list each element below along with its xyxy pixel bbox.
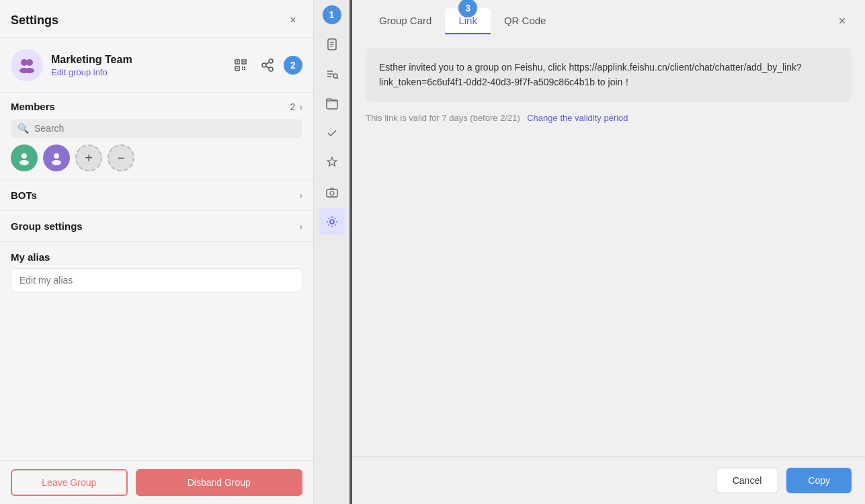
member-avatar-1[interactable]: [11, 144, 38, 171]
validity-text: This link is valid for 7 days (before 2/…: [366, 113, 520, 123]
left-panel: Settings × Marketing Team Edit group inf…: [0, 0, 349, 504]
right-footer: Cancel Copy: [352, 456, 865, 504]
search-icon: 🔍: [17, 123, 29, 134]
tab-qr-code[interactable]: QR Code: [491, 8, 560, 34]
step-badge-1: 1: [323, 5, 341, 24]
bots-chevron-icon: ›: [299, 190, 302, 201]
svg-point-31: [330, 220, 334, 224]
sidebar-checkmark-icon[interactable]: [319, 120, 345, 146]
bottom-buttons: Leave Group Disband Group: [0, 460, 313, 504]
close-settings-button[interactable]: ×: [284, 11, 302, 30]
step-badge-2: 2: [284, 56, 302, 75]
leave-group-button[interactable]: Leave Group: [11, 469, 128, 496]
bots-section-right: ›: [299, 190, 302, 201]
svg-rect-10: [242, 67, 243, 68]
disband-group-button[interactable]: Disband Group: [136, 469, 302, 496]
sidebar-pin-icon[interactable]: [319, 149, 345, 176]
link-text-box: Esther invited you to a group on Feishu,…: [366, 48, 852, 102]
settings-header: Settings ×: [0, 0, 313, 38]
tabs: Group Card Link 3 QR Code: [366, 8, 559, 34]
add-member-button[interactable]: +: [75, 144, 102, 171]
svg-rect-13: [244, 69, 245, 70]
group-settings-section: Group settings ›: [0, 211, 313, 242]
group-settings-title: Group settings: [11, 220, 83, 232]
share-button[interactable]: [257, 54, 278, 76]
svg-point-17: [19, 160, 29, 165]
copy-button[interactable]: Copy: [786, 468, 852, 493]
svg-rect-11: [244, 67, 245, 68]
right-panel-close-button[interactable]: ×: [833, 12, 852, 31]
sidebar-settings-icon[interactable]: [319, 208, 345, 235]
group-avatar: [11, 49, 43, 81]
validity-row: This link is valid for 7 days (before 2/…: [366, 112, 852, 124]
svg-rect-9: [237, 68, 238, 69]
alias-input[interactable]: [11, 268, 302, 292]
sidebar-list-search-icon[interactable]: [319, 60, 345, 87]
search-input[interactable]: [34, 123, 296, 134]
group-settings-chevron-icon: ›: [299, 221, 302, 232]
svg-rect-12: [242, 69, 243, 70]
link-text: Esther invited you to a group on Feishu,…: [379, 62, 802, 87]
member-avatar-2[interactable]: [43, 144, 70, 171]
remove-member-button[interactable]: −: [108, 144, 134, 171]
svg-point-1: [26, 59, 33, 66]
svg-point-18: [54, 153, 59, 159]
alias-label: My alias: [11, 251, 302, 263]
group-settings-header[interactable]: Group settings ›: [11, 220, 302, 232]
change-validity-link[interactable]: Change the validity period: [527, 113, 628, 123]
group-info-section: Marketing Team Edit group info: [0, 38, 313, 93]
members-title: Members: [11, 101, 55, 112]
right-header: Group Card Link 3 QR Code ×: [352, 0, 865, 34]
members-section-right: 2 ›: [290, 101, 302, 112]
cancel-button[interactable]: Cancel: [716, 468, 779, 493]
svg-line-14: [266, 62, 269, 65]
bots-title: BOTs: [11, 190, 37, 201]
tab-group-card[interactable]: Group Card: [366, 8, 445, 34]
svg-point-30: [330, 192, 334, 196]
svg-rect-7: [237, 61, 238, 62]
alias-section: My alias: [0, 242, 313, 302]
settings-content: Settings × Marketing Team Edit group inf…: [0, 0, 313, 504]
svg-rect-8: [243, 61, 245, 62]
sidebar-icons: 1: [313, 0, 349, 504]
svg-rect-29: [327, 190, 337, 197]
svg-line-28: [337, 77, 338, 79]
svg-line-15: [266, 67, 269, 69]
group-settings-right: ›: [299, 221, 302, 232]
right-panel: Group Card Link 3 QR Code × Esther invit…: [352, 0, 865, 504]
members-section: Members 2 › 🔍: [0, 93, 313, 180]
group-name: Marketing Team: [51, 54, 230, 66]
edit-group-info-link[interactable]: Edit group info: [51, 67, 230, 77]
svg-point-19: [52, 160, 61, 165]
sidebar-documents-icon[interactable]: [319, 31, 345, 58]
bots-section: BOTs ›: [0, 180, 313, 211]
qr-code-button[interactable]: [230, 54, 251, 76]
members-avatars: + −: [11, 144, 302, 171]
settings-title: Settings: [11, 13, 58, 28]
group-name-wrap: Marketing Team Edit group info: [51, 54, 230, 77]
sidebar-folder-icon[interactable]: [319, 90, 345, 117]
svg-point-16: [22, 153, 27, 159]
group-actions: 2: [230, 54, 302, 76]
right-content: Esther invited you to a group on Feishu,…: [352, 34, 865, 456]
members-search-box[interactable]: 🔍: [11, 119, 302, 138]
bots-section-header[interactable]: BOTs ›: [11, 190, 302, 201]
sidebar-camera-icon[interactable]: [319, 179, 345, 206]
members-chevron-icon: ›: [299, 101, 302, 112]
members-section-header[interactable]: Members 2 ›: [11, 101, 302, 112]
svg-point-3: [25, 68, 34, 73]
tab-link[interactable]: Link 3: [445, 8, 491, 34]
members-count: 2: [290, 101, 296, 112]
